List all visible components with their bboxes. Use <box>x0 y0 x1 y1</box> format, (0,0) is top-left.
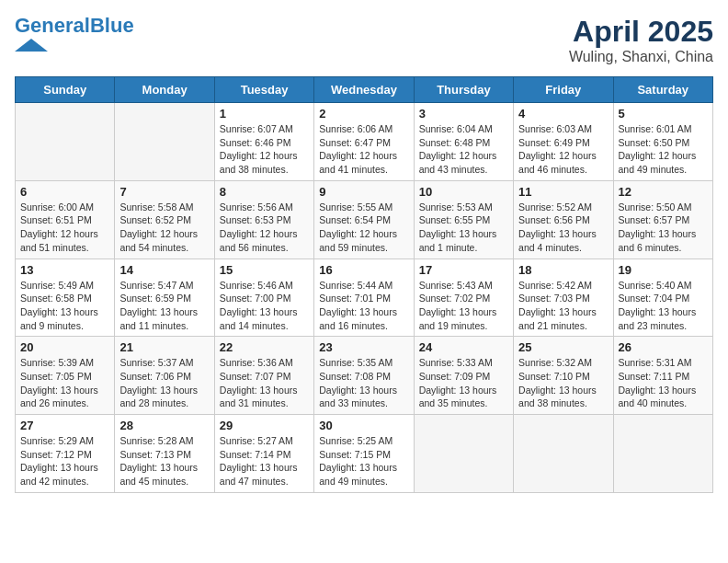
day-number: 7 <box>119 185 209 199</box>
calendar-table: SundayMondayTuesdayWednesdayThursdayFrid… <box>15 76 713 493</box>
day-number: 11 <box>518 185 608 199</box>
calendar-cell: 19Sunrise: 5:40 AMSunset: 7:04 PMDayligh… <box>613 259 712 337</box>
cell-info: Sunrise: 6:04 AMSunset: 6:48 PMDaylight:… <box>419 122 508 177</box>
cell-info: Sunrise: 5:56 AMSunset: 6:53 PMDaylight:… <box>220 201 309 255</box>
day-number: 3 <box>419 107 508 121</box>
calendar-cell: 15Sunrise: 5:46 AMSunset: 7:00 PMDayligh… <box>214 259 313 337</box>
cell-info: Sunrise: 5:39 AMSunset: 7:05 PMDaylight:… <box>20 356 109 410</box>
day-header-monday: Monday <box>115 77 214 103</box>
day-number: 26 <box>619 340 708 354</box>
week-row-2: 6Sunrise: 6:00 AMSunset: 6:51 PMDaylight… <box>16 180 713 259</box>
calendar-cell: 6Sunrise: 6:00 AMSunset: 6:51 PMDaylight… <box>16 180 115 259</box>
calendar-cell: 2Sunrise: 6:06 AMSunset: 6:47 PMDaylight… <box>314 103 414 181</box>
calendar-cell: 30Sunrise: 5:25 AMSunset: 7:15 PMDayligh… <box>314 415 414 493</box>
cell-info: Sunrise: 5:42 AMSunset: 7:03 PMDaylight:… <box>518 279 608 333</box>
calendar-cell: 9Sunrise: 5:55 AMSunset: 6:54 PMDaylight… <box>314 180 414 259</box>
cell-info: Sunrise: 5:27 AMSunset: 7:14 PMDaylight:… <box>220 434 309 488</box>
cell-info: Sunrise: 5:47 AMSunset: 6:59 PMDaylight:… <box>119 279 209 333</box>
day-number: 5 <box>619 107 708 121</box>
logo-general: General <box>15 14 90 37</box>
calendar-cell: 14Sunrise: 5:47 AMSunset: 6:59 PMDayligh… <box>115 259 214 337</box>
day-header-thursday: Thursday <box>414 77 513 103</box>
day-number: 17 <box>419 263 508 277</box>
cell-info: Sunrise: 5:37 AMSunset: 7:06 PMDaylight:… <box>119 356 209 410</box>
week-row-5: 27Sunrise: 5:29 AMSunset: 7:12 PMDayligh… <box>16 415 713 493</box>
cell-info: Sunrise: 6:03 AMSunset: 6:49 PMDaylight:… <box>518 122 608 177</box>
cell-info: Sunrise: 5:28 AMSunset: 7:13 PMDaylight:… <box>119 434 209 488</box>
day-number: 25 <box>518 340 608 354</box>
calendar-subtitle: Wuling, Shanxi, China <box>569 49 713 65</box>
calendar-cell: 25Sunrise: 5:32 AMSunset: 7:10 PMDayligh… <box>514 337 613 415</box>
day-number: 18 <box>518 263 608 277</box>
calendar-cell: 4Sunrise: 6:03 AMSunset: 6:49 PMDaylight… <box>514 103 613 181</box>
cell-info: Sunrise: 5:32 AMSunset: 7:10 PMDaylight:… <box>518 356 608 410</box>
day-number: 13 <box>20 263 109 277</box>
calendar-cell <box>16 103 115 181</box>
calendar-cell: 18Sunrise: 5:42 AMSunset: 7:03 PMDayligh… <box>514 259 613 337</box>
logo-blue: Blue <box>90 14 134 37</box>
day-number: 21 <box>119 340 209 354</box>
calendar-cell: 28Sunrise: 5:28 AMSunset: 7:13 PMDayligh… <box>115 415 214 493</box>
week-row-3: 13Sunrise: 5:49 AMSunset: 6:58 PMDayligh… <box>16 259 713 337</box>
calendar-cell <box>514 415 613 493</box>
day-header-wednesday: Wednesday <box>314 77 414 103</box>
week-row-4: 20Sunrise: 5:39 AMSunset: 7:05 PMDayligh… <box>16 337 713 415</box>
calendar-cell: 27Sunrise: 5:29 AMSunset: 7:12 PMDayligh… <box>16 415 115 493</box>
day-number: 6 <box>20 185 109 199</box>
cell-info: Sunrise: 6:00 AMSunset: 6:51 PMDaylight:… <box>20 201 109 255</box>
cell-info: Sunrise: 5:46 AMSunset: 7:00 PMDaylight:… <box>220 279 309 333</box>
title-section: April 2025 Wuling, Shanxi, China <box>569 15 713 65</box>
svg-marker-0 <box>15 39 48 52</box>
day-number: 23 <box>319 340 408 354</box>
cell-info: Sunrise: 5:55 AMSunset: 6:54 PMDaylight:… <box>319 201 408 255</box>
cell-info: Sunrise: 5:40 AMSunset: 7:04 PMDaylight:… <box>619 279 708 333</box>
cell-info: Sunrise: 5:50 AMSunset: 6:57 PMDaylight:… <box>619 201 708 255</box>
calendar-cell: 7Sunrise: 5:58 AMSunset: 6:52 PMDaylight… <box>115 180 214 259</box>
cell-info: Sunrise: 5:52 AMSunset: 6:56 PMDaylight:… <box>518 201 608 255</box>
calendar-cell: 10Sunrise: 5:53 AMSunset: 6:55 PMDayligh… <box>414 180 513 259</box>
day-number: 29 <box>220 419 309 432</box>
logo-icon <box>15 39 48 52</box>
cell-info: Sunrise: 5:25 AMSunset: 7:15 PMDaylight:… <box>319 434 408 488</box>
cell-info: Sunrise: 6:06 AMSunset: 6:47 PMDaylight:… <box>319 122 408 177</box>
day-header-sunday: Sunday <box>16 77 115 103</box>
calendar-cell <box>115 103 214 181</box>
day-header-friday: Friday <box>514 77 613 103</box>
day-number: 24 <box>419 340 508 354</box>
day-number: 14 <box>119 263 209 277</box>
cell-info: Sunrise: 6:07 AMSunset: 6:46 PMDaylight:… <box>220 122 309 177</box>
day-number: 12 <box>619 185 708 199</box>
cell-info: Sunrise: 5:53 AMSunset: 6:55 PMDaylight:… <box>419 201 508 255</box>
week-row-1: 1Sunrise: 6:07 AMSunset: 6:46 PMDaylight… <box>16 103 713 181</box>
day-header-saturday: Saturday <box>613 77 712 103</box>
calendar-cell: 21Sunrise: 5:37 AMSunset: 7:06 PMDayligh… <box>115 337 214 415</box>
cell-info: Sunrise: 5:44 AMSunset: 7:01 PMDaylight:… <box>319 279 408 333</box>
day-number: 30 <box>319 419 408 432</box>
calendar-cell <box>414 415 513 493</box>
day-number: 9 <box>319 185 408 199</box>
logo-text: GeneralBlue <box>15 15 134 37</box>
calendar-cell: 20Sunrise: 5:39 AMSunset: 7:05 PMDayligh… <box>16 337 115 415</box>
calendar-cell: 26Sunrise: 5:31 AMSunset: 7:11 PMDayligh… <box>613 337 712 415</box>
calendar-cell: 24Sunrise: 5:33 AMSunset: 7:09 PMDayligh… <box>414 337 513 415</box>
day-number: 20 <box>20 340 109 354</box>
calendar-cell: 16Sunrise: 5:44 AMSunset: 7:01 PMDayligh… <box>314 259 414 337</box>
day-number: 8 <box>220 185 309 199</box>
day-number: 19 <box>619 263 708 277</box>
cell-info: Sunrise: 5:36 AMSunset: 7:07 PMDaylight:… <box>220 356 309 410</box>
cell-info: Sunrise: 5:29 AMSunset: 7:12 PMDaylight:… <box>20 434 109 488</box>
calendar-cell: 8Sunrise: 5:56 AMSunset: 6:53 PMDaylight… <box>214 180 313 259</box>
days-header-row: SundayMondayTuesdayWednesdayThursdayFrid… <box>16 77 713 103</box>
cell-info: Sunrise: 5:31 AMSunset: 7:11 PMDaylight:… <box>619 356 708 410</box>
calendar-cell: 5Sunrise: 6:01 AMSunset: 6:50 PMDaylight… <box>613 103 712 181</box>
calendar-cell: 23Sunrise: 5:35 AMSunset: 7:08 PMDayligh… <box>314 337 414 415</box>
cell-info: Sunrise: 5:58 AMSunset: 6:52 PMDaylight:… <box>119 201 209 255</box>
day-number: 22 <box>220 340 309 354</box>
day-number: 2 <box>319 107 408 121</box>
day-number: 28 <box>119 419 209 432</box>
day-number: 10 <box>419 185 508 199</box>
cell-info: Sunrise: 6:01 AMSunset: 6:50 PMDaylight:… <box>619 122 708 177</box>
calendar-cell: 12Sunrise: 5:50 AMSunset: 6:57 PMDayligh… <box>613 180 712 259</box>
calendar-title: April 2025 <box>569 15 713 49</box>
calendar-cell: 1Sunrise: 6:07 AMSunset: 6:46 PMDaylight… <box>214 103 313 181</box>
